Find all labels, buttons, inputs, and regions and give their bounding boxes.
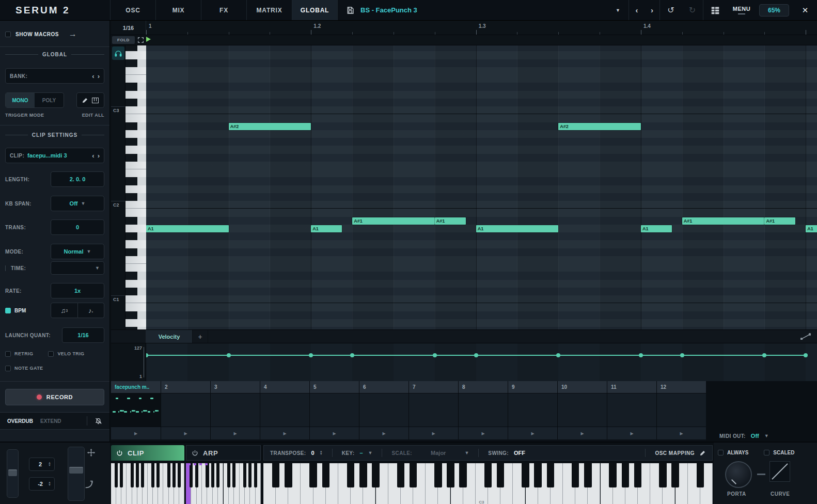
tab-osc[interactable]: OSC <box>111 0 156 20</box>
keyboard-black-key[interactable] <box>572 463 579 487</box>
keyboard-black-key[interactable] <box>622 463 630 487</box>
clip-slot[interactable] <box>458 393 508 427</box>
piano-key[interactable] <box>125 319 146 327</box>
timeline-ruler[interactable]: 11.21.31.4 <box>146 21 817 35</box>
keyboard-black-key[interactable] <box>497 463 505 487</box>
preset-prev-button[interactable]: ‹ <box>629 0 645 20</box>
add-lane-button[interactable]: + <box>193 330 208 343</box>
piano-key[interactable] <box>125 311 146 319</box>
piano-key[interactable] <box>125 288 146 295</box>
piano-key[interactable] <box>125 303 146 311</box>
note-gate-checkbox[interactable] <box>5 366 11 371</box>
keyboard-black-key[interactable] <box>659 463 667 487</box>
preset-dropdown-icon[interactable]: ▼ <box>616 8 620 13</box>
edit-all-button[interactable] <box>76 92 104 108</box>
piano-key[interactable] <box>125 45 146 51</box>
keyboard-black-key[interactable] <box>131 463 134 487</box>
stepper-arrows-icon[interactable]: ▲▼ <box>48 462 51 467</box>
keyboard-black-key[interactable] <box>232 463 235 487</box>
preset-browser-icon[interactable] <box>703 0 727 20</box>
piano-key[interactable] <box>125 225 146 232</box>
midi-note[interactable]: A1 <box>311 225 342 232</box>
keyboard-black-key[interactable] <box>190 463 193 487</box>
clip-slot-header[interactable]: 7 <box>408 381 458 393</box>
chevron-down-icon[interactable]: ▼ <box>368 450 373 455</box>
velocity-point[interactable] <box>556 353 560 357</box>
clip-slot-header[interactable]: 12 <box>656 381 706 393</box>
keyboard-black-key[interactable] <box>584 463 592 487</box>
metronome-mute-icon[interactable] <box>95 417 102 425</box>
playhead-flag[interactable] <box>146 37 151 42</box>
overdub-toggle[interactable]: OVERDUB <box>7 418 33 424</box>
piano-key[interactable] <box>125 193 146 201</box>
note-grid[interactable]: A1A#2A1A#1A#1A1A#2A1A#1A#1A1 <box>146 45 817 329</box>
velocity-point[interactable] <box>433 353 437 357</box>
clip-slot-header[interactable]: 6 <box>359 381 408 393</box>
midi-note[interactable]: A#2 <box>229 123 311 130</box>
clip-play-button[interactable]: ▶ <box>210 427 260 439</box>
tab-fx[interactable]: FX <box>201 0 247 20</box>
clip-prev-icon[interactable]: ‹ <box>92 152 94 160</box>
clip-slot[interactable] <box>408 393 458 427</box>
bank-selector[interactable]: BANK: ‹ › <box>5 68 104 84</box>
clip-slot[interactable] <box>260 393 309 427</box>
keyboard-black-key[interactable] <box>115 463 118 487</box>
bpm-checkbox[interactable] <box>5 308 11 313</box>
keyboard-black-key[interactable] <box>447 463 454 487</box>
ramp-tool-icon[interactable] <box>794 330 817 343</box>
main-keyboard[interactable]: C3 <box>263 463 713 504</box>
poly-option[interactable]: POLY <box>35 93 64 107</box>
keyboard-black-key[interactable] <box>254 463 257 487</box>
stepper-arrows-icon[interactable]: ▲▼ <box>48 481 51 486</box>
mode-dropdown[interactable]: Normal ▼ <box>51 244 104 259</box>
trans-field[interactable]: 0 <box>51 219 104 235</box>
return-curve-icon[interactable] <box>84 479 95 490</box>
velocity-point[interactable] <box>639 353 643 357</box>
keyboard-black-key[interactable] <box>484 463 492 487</box>
bend-range-down-spinner[interactable]: -2 ▲▼ <box>29 477 55 491</box>
piano-key[interactable] <box>125 130 146 138</box>
piano-key[interactable] <box>125 209 146 216</box>
clip-slot[interactable] <box>656 393 706 427</box>
transpose-stepper[interactable]: ▲▼ <box>320 450 323 455</box>
keyboard-black-key[interactable] <box>172 463 176 487</box>
save-icon[interactable] <box>346 6 354 14</box>
launch-quant-field[interactable]: 1/16 <box>62 327 104 343</box>
piano-key[interactable] <box>125 67 146 75</box>
keyboard-black-key[interactable] <box>141 463 144 487</box>
always-checkbox[interactable] <box>718 450 724 455</box>
arp-mini-keyboard[interactable] <box>186 463 261 504</box>
fold-button[interactable]: FOLD <box>112 36 135 44</box>
keyboard-black-key[interactable] <box>534 463 542 487</box>
clip-slot[interactable] <box>111 393 161 427</box>
chevron-down-icon[interactable]: ▼ <box>464 450 469 455</box>
clip-slot[interactable] <box>359 393 408 427</box>
velocity-point[interactable] <box>680 353 684 357</box>
piano-key[interactable] <box>125 248 146 256</box>
clip-slot-header[interactable]: 9 <box>508 381 557 393</box>
clip-slot-header[interactable]: 3 <box>210 381 260 393</box>
transpose-value[interactable]: 0 <box>311 450 315 456</box>
keyboard-black-key[interactable] <box>167 463 170 487</box>
piano-key[interactable] <box>125 256 146 264</box>
clip-play-button[interactable]: ▶ <box>458 427 508 439</box>
clip-panel-header[interactable]: CLIP <box>111 445 184 461</box>
piano-key[interactable] <box>125 272 146 279</box>
bank-prev-icon[interactable]: ‹ <box>92 72 94 80</box>
piano-key[interactable] <box>125 75 146 83</box>
clip-slot[interactable] <box>210 393 260 427</box>
keyboard-black-key[interactable] <box>634 463 642 487</box>
undo-button[interactable]: ↺ <box>660 0 682 20</box>
clip-slot[interactable] <box>309 393 359 427</box>
midi-note[interactable]: A1 <box>146 225 229 232</box>
pitch-wheel-handle[interactable] <box>8 469 17 476</box>
velocity-point[interactable] <box>309 353 313 357</box>
record-button[interactable]: RECORD <box>5 389 104 405</box>
tab-global[interactable]: GLOBAL <box>292 0 338 20</box>
midi-note[interactable]: A1 <box>476 225 559 232</box>
mod-wheel[interactable] <box>68 447 85 501</box>
piano-key[interactable] <box>125 169 146 177</box>
clip-slot-header[interactable]: 8 <box>458 381 508 393</box>
piano-key[interactable] <box>125 295 146 303</box>
clip-slot-header[interactable]: facepunch m.. <box>111 381 161 393</box>
